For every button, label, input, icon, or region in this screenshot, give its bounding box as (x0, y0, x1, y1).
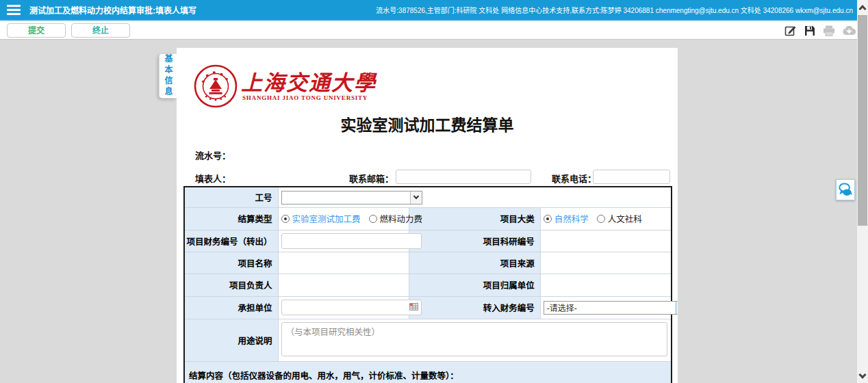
chat-bubbles-icon (838, 181, 853, 199)
project-source-label: 项目来源 (409, 252, 541, 274)
transfer-finance-no-selected-value: -请选择- (544, 302, 577, 313)
chat-button[interactable] (836, 179, 855, 200)
settlement-type-label: 结算类型 (184, 207, 278, 230)
filler-label: 填表人： (195, 172, 231, 185)
submit-button[interactable]: 提交 (7, 23, 66, 38)
radio-humanities-label[interactable]: 人文社科 (608, 212, 642, 225)
lookup-grid-icon[interactable] (409, 303, 418, 313)
action-toolbar: 提交 终止 (0, 21, 857, 40)
form-title: 实验室测试加工费结算单 (177, 112, 678, 135)
transfer-finance-no-select[interactable]: -请选择- (544, 301, 678, 315)
project-leader-label: 项目负责人 (184, 274, 278, 296)
phone-label: 联系电话： (552, 172, 596, 185)
radio-natural-science-label[interactable]: 自然科学 (554, 212, 589, 225)
tab-basic-info[interactable]: 基本信息 (159, 53, 177, 98)
settlement-form-table: 工号 结算类型 实验室测试加工费 燃料动力费 项目大类 (183, 186, 672, 383)
save-icon[interactable] (804, 25, 815, 36)
app-header: 测试加工及燃料动力校内结算审批:填表人填写 流水号:3878526,主管部门:科… (0, 0, 857, 21)
radio-lab-test-fee-label[interactable]: 实验室测试加工费 (292, 212, 361, 225)
radio-humanities[interactable] (597, 215, 605, 223)
project-research-no-label: 项目科研编号 (409, 230, 541, 252)
phone-field[interactable] (593, 170, 670, 184)
project-name-value (278, 252, 409, 274)
purpose-textarea[interactable] (281, 322, 667, 356)
transfer-finance-no-label: 转入财务编号 (409, 296, 541, 319)
university-name-en: SHANGHAI JIAO TONG UNIVERSITY (242, 94, 368, 101)
chevron-down-icon[interactable] (410, 192, 422, 204)
terminate-button[interactable]: 终止 (71, 23, 130, 38)
project-finance-no-label: 项目财务编号（转出） (184, 230, 278, 252)
radio-natural-science[interactable] (544, 215, 552, 223)
form-panel: 上海交通大學 SHANGHAI JIAO TONG UNIVERSITY 实验室… (177, 48, 678, 383)
project-category-label: 项目大类 (409, 207, 541, 230)
scrollbar-thumb[interactable] (858, 15, 867, 226)
purpose-label: 用途说明 (184, 319, 278, 361)
serial-number-label: 流水号： (195, 150, 231, 161)
download-icon[interactable] (843, 26, 856, 36)
employee-id-label: 工号 (184, 187, 278, 207)
header-contact-info: 流水号:3878526,主管部门:科研院 文科处 网络信息中心技术支持,联系方式… (376, 5, 857, 15)
project-research-no-value (540, 230, 672, 252)
undertaking-unit-label: 承担单位 (184, 296, 278, 319)
project-leader-value (278, 274, 409, 296)
radio-fuel-power-fee-label[interactable]: 燃料动力费 (380, 212, 423, 225)
vertical-scrollbar[interactable] (857, 0, 868, 383)
project-unit-label: 项目归属单位 (409, 274, 541, 296)
scroll-up-icon[interactable] (857, 1, 868, 12)
workflow-title: 测试加工及燃料动力校内结算审批:填表人填写 (29, 4, 196, 16)
project-source-value (540, 252, 672, 274)
radio-lab-test-fee[interactable] (281, 215, 290, 223)
project-name-label: 项目名称 (184, 252, 278, 274)
print-icon[interactable] (823, 25, 835, 36)
hamburger-menu-icon[interactable] (7, 5, 21, 15)
settlement-content-header: 结算内容（包括仪器设备的用电、用水，用气，计价标准、计量数等）： (184, 361, 672, 383)
employee-id-select[interactable] (281, 191, 422, 204)
project-unit-value (540, 274, 672, 296)
edit-icon[interactable] (784, 25, 797, 36)
university-name-cn: 上海交通大學 (241, 66, 376, 96)
email-label: 联系邮箱： (349, 172, 394, 185)
scroll-down-icon[interactable] (857, 371, 868, 382)
undertaking-unit-field[interactable] (281, 300, 422, 315)
sjtu-seal-icon (194, 64, 238, 111)
project-finance-no-field[interactable] (281, 233, 422, 249)
email-field[interactable] (396, 170, 531, 184)
chevron-down-icon[interactable] (676, 301, 678, 315)
radio-fuel-power-fee[interactable] (369, 215, 377, 223)
